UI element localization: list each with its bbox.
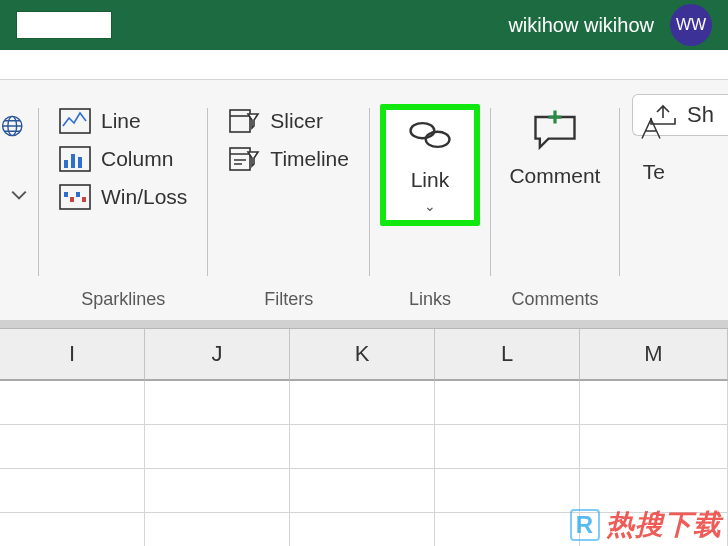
cell[interactable] bbox=[0, 425, 145, 469]
cell[interactable] bbox=[290, 469, 435, 513]
cell[interactable] bbox=[0, 381, 145, 425]
cell[interactable] bbox=[145, 513, 290, 546]
slicer-label: Slicer bbox=[270, 109, 323, 133]
comment-button[interactable]: Comment bbox=[505, 104, 605, 194]
filters-group: Slicer Timeline Filters bbox=[208, 100, 369, 320]
cell[interactable] bbox=[435, 381, 580, 425]
text-label: Te bbox=[643, 160, 665, 184]
filters-group-label: Filters bbox=[208, 281, 369, 320]
timeline-button[interactable]: Timeline bbox=[222, 142, 355, 176]
watermark-r: R bbox=[570, 509, 600, 541]
col-header[interactable]: J bbox=[145, 329, 290, 381]
col-header[interactable]: L bbox=[435, 329, 580, 381]
share-label: Sh bbox=[687, 102, 714, 128]
username-label: wikihow wikihow bbox=[508, 14, 654, 37]
partial-left-group bbox=[0, 100, 38, 320]
cell[interactable] bbox=[145, 469, 290, 513]
svg-rect-5 bbox=[71, 154, 75, 168]
watermark-text: 热搜下载 bbox=[606, 506, 722, 544]
cell[interactable] bbox=[145, 381, 290, 425]
comments-group: Comment Comments bbox=[491, 100, 619, 320]
sparkline-line-icon bbox=[59, 108, 91, 134]
watermark: R 热搜下载 bbox=[570, 506, 722, 544]
sparkline-line-button[interactable]: Line bbox=[53, 104, 193, 138]
cell[interactable] bbox=[290, 381, 435, 425]
cell[interactable] bbox=[435, 513, 580, 546]
svg-rect-11 bbox=[82, 197, 86, 202]
text-group-partial: Te bbox=[620, 100, 688, 320]
svg-point-14 bbox=[410, 123, 434, 138]
cell[interactable] bbox=[435, 425, 580, 469]
quick-access-bar bbox=[0, 50, 728, 80]
sparkline-winloss-button[interactable]: Win/Loss bbox=[53, 180, 193, 214]
col-header[interactable]: I bbox=[0, 329, 145, 381]
slicer-icon bbox=[228, 108, 260, 134]
svg-point-15 bbox=[426, 132, 450, 147]
svg-rect-6 bbox=[78, 157, 82, 168]
text-button[interactable]: Te bbox=[634, 104, 674, 190]
link-icon bbox=[404, 116, 456, 154]
svg-rect-8 bbox=[64, 192, 68, 197]
links-group: Link ⌄ Links bbox=[370, 100, 490, 320]
user-area: wikihow wikihow WW bbox=[508, 4, 712, 46]
chevron-down-icon: ⌄ bbox=[424, 198, 436, 214]
timeline-label: Timeline bbox=[270, 147, 349, 171]
cell[interactable] bbox=[145, 425, 290, 469]
cell[interactable] bbox=[0, 469, 145, 513]
sparkline-winloss-label: Win/Loss bbox=[101, 185, 187, 209]
globe-icon[interactable] bbox=[0, 112, 28, 140]
cell[interactable] bbox=[290, 425, 435, 469]
sparkline-column-button[interactable]: Column bbox=[53, 142, 193, 176]
cell[interactable] bbox=[435, 469, 580, 513]
sparklines-group-label: Sparklines bbox=[39, 281, 207, 320]
avatar[interactable]: WW bbox=[670, 4, 712, 46]
ribbon: Sh Line Column Win/Loss bbox=[0, 80, 728, 320]
col-header[interactable]: M bbox=[580, 329, 728, 381]
cell[interactable] bbox=[0, 513, 145, 546]
cell[interactable] bbox=[580, 425, 728, 469]
chevron-down-icon[interactable] bbox=[10, 188, 28, 202]
svg-rect-4 bbox=[64, 160, 68, 168]
comments-group-label: Comments bbox=[491, 281, 619, 320]
sparkline-winloss-icon bbox=[59, 184, 91, 210]
link-label: Link bbox=[411, 168, 450, 192]
text-icon bbox=[639, 110, 669, 146]
timeline-icon bbox=[228, 146, 260, 172]
svg-rect-10 bbox=[76, 192, 80, 197]
cell[interactable] bbox=[580, 381, 728, 425]
sparklines-group: Line Column Win/Loss Sparklines bbox=[39, 100, 207, 320]
comment-label: Comment bbox=[509, 164, 600, 188]
titlebar: wikihow wikihow WW bbox=[0, 0, 728, 50]
svg-rect-9 bbox=[70, 197, 74, 202]
comment-icon bbox=[529, 110, 581, 150]
slicer-button[interactable]: Slicer bbox=[222, 104, 355, 138]
sparkline-column-label: Column bbox=[101, 147, 173, 171]
link-button[interactable]: Link ⌄ bbox=[380, 104, 480, 226]
name-box-input[interactable] bbox=[16, 11, 112, 39]
col-header[interactable]: K bbox=[290, 329, 435, 381]
column-headers: I J K L M bbox=[0, 328, 728, 381]
sparkline-column-icon bbox=[59, 146, 91, 172]
links-group-label: Links bbox=[370, 281, 490, 320]
cell[interactable] bbox=[290, 513, 435, 546]
sparkline-line-label: Line bbox=[101, 109, 141, 133]
